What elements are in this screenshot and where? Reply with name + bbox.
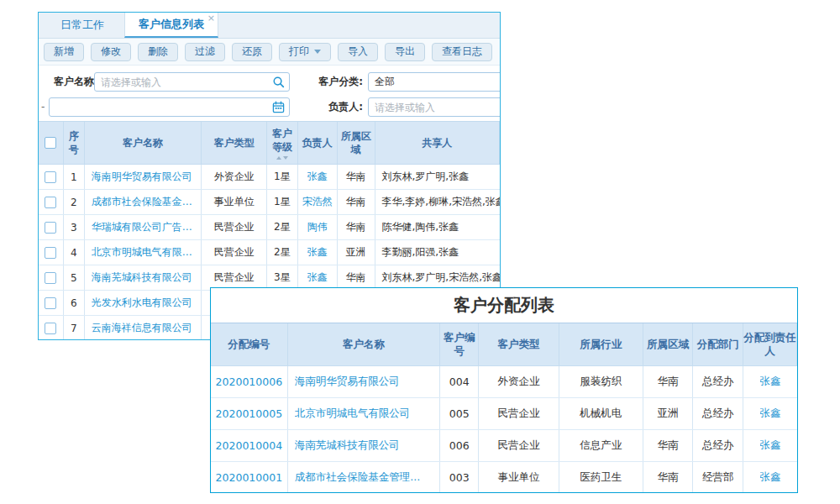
owner-input[interactable]: [368, 97, 501, 117]
sort-icon[interactable]: [276, 155, 288, 160]
toolbar-button-6[interactable]: 打印: [279, 43, 331, 61]
assignee-cell-link[interactable]: 张鑫: [760, 375, 781, 389]
table-row[interactable]: 3华瑞城有限公司广告设计部民营企业2星陶伟华南陈华健,陶伟,张鑫: [39, 215, 500, 240]
customer-name-cell-link[interactable]: 华瑞城有限公司广告设计部: [92, 220, 202, 234]
toolbar-button-3[interactable]: 删除: [138, 43, 178, 61]
owner-cell-link[interactable]: 张鑫: [307, 270, 328, 285]
row-checkbox[interactable]: [45, 323, 56, 334]
column-header-customer-no[interactable]: 客户编号: [440, 323, 479, 365]
customer-level-cell: 1星: [267, 165, 298, 189]
customer-name-cell-link[interactable]: 光发水利水电有限公司: [92, 296, 192, 310]
search-icon[interactable]: [272, 76, 285, 88]
seq-cell: 4: [64, 240, 85, 265]
column-header-customer-level[interactable]: 客户等级: [267, 122, 298, 164]
table-row[interactable]: 1海南明华贸易有限公司外资企业1星张鑫华南刘东林,罗广明,张鑫: [39, 165, 500, 190]
alloc-no-cell-link[interactable]: 2020010005: [216, 407, 283, 420]
owner-label: 负责人:: [312, 97, 363, 117]
assignee-cell: 张鑫: [743, 430, 797, 461]
owner-cell-link[interactable]: 张鑫: [307, 245, 328, 260]
customer-type-cell: 外资企业: [202, 165, 267, 189]
date-input[interactable]: [49, 97, 290, 117]
close-icon[interactable]: ×: [207, 13, 215, 23]
table-row[interactable]: 2020010001成都市社会保险基金管理...003事业单位医药卫生华南经营部…: [211, 462, 797, 493]
row-checkbox[interactable]: [45, 222, 56, 234]
toolbar-button-5[interactable]: 还原: [232, 43, 272, 61]
assignee-cell-link[interactable]: 张鑫: [760, 438, 781, 453]
tab-customer-info-list[interactable]: 客户信息列表 ×: [124, 13, 218, 38]
column-header-shared[interactable]: 共享人: [375, 122, 500, 164]
customer-name-cell-link[interactable]: 海南明华贸易有限公司: [92, 170, 192, 184]
table-row[interactable]: 2020010006海南明华贸易有限公司004外资企业服装纺织华南总经办张鑫: [211, 366, 797, 398]
customer-name-cell-link[interactable]: 海南芜城科技有限公司: [295, 438, 400, 453]
select-all-checkbox[interactable]: [45, 137, 56, 149]
calendar-icon[interactable]: [272, 101, 285, 113]
tab-label: 日常工作: [60, 18, 104, 33]
toolbar-button-2[interactable]: 修改: [91, 43, 131, 61]
alloc-no-cell-link[interactable]: 2020010001: [216, 471, 283, 484]
column-header-dept[interactable]: 分配部门: [693, 323, 743, 365]
column-header-region[interactable]: 所属区域: [338, 122, 375, 164]
toolbar-button-1[interactable]: 新增: [44, 43, 84, 61]
customer-name-cell-link[interactable]: 云南海祥信息有限公司: [92, 321, 192, 335]
customer-name-cell-link[interactable]: 海南芜城科技有限公司: [92, 270, 192, 285]
customer-level-cell: 2星: [267, 215, 298, 239]
owner-field-wrap: [368, 97, 501, 117]
toolbar-button-label: 新增: [54, 45, 74, 59]
customer-name-cell-link[interactable]: 北京市明城电气有限公司: [92, 245, 202, 260]
column-header-customer-name[interactable]: 客户名称: [288, 323, 440, 365]
customer-level-cell: 2星: [267, 240, 298, 265]
seq-cell: 5: [64, 265, 85, 290]
alloc-no-cell-link[interactable]: 2020010004: [216, 439, 283, 452]
customer-name-cell: 海南明华贸易有限公司: [288, 366, 441, 397]
owner-cell-link[interactable]: 宋浩然: [302, 195, 333, 209]
column-header-customer-name[interactable]: 客户名称: [85, 122, 202, 164]
assignee-cell-link[interactable]: 张鑫: [760, 470, 781, 485]
toolbar-button-8[interactable]: 导出: [385, 43, 425, 61]
seq-cell: 3: [64, 215, 85, 239]
allocation-table-header: 分配编号 客户名称 客户编号 客户类型 所属行业 所属区域 分配部门 分配到责任…: [211, 323, 797, 366]
toolbar-button-9[interactable]: 查看日志: [432, 43, 492, 61]
customer-name-field-wrap: [94, 72, 290, 92]
assignee-cell-link[interactable]: 张鑫: [760, 407, 781, 421]
checkbox-cell: [39, 240, 64, 265]
customer-name-cell-link[interactable]: 北京市明城电气有限公司: [295, 407, 411, 421]
customer-name-cell-link[interactable]: 海南明华贸易有限公司: [295, 375, 400, 389]
row-checkbox[interactable]: [45, 171, 56, 183]
toolbar-button-7[interactable]: 导入: [338, 43, 378, 61]
table-row[interactable]: 4北京市明城电气有限公司民营企业2星张鑫亚洲李勤丽,阳强,张鑫: [39, 240, 500, 265]
toolbar-button-4[interactable]: 过滤: [185, 43, 225, 61]
column-header-customer-type[interactable]: 客户类型: [202, 122, 267, 164]
row-checkbox[interactable]: [45, 247, 56, 259]
customer-name-input[interactable]: [94, 72, 290, 92]
column-header-assignee[interactable]: 分配到责任人: [743, 323, 797, 365]
customer-category-label: 客户分类:: [312, 72, 363, 92]
table-row[interactable]: 2020010004海南芜城科技有限公司006民营企业信息产业华南总经办张鑫: [211, 430, 797, 462]
region-cell: 华南: [338, 190, 375, 214]
dept-cell: 经营部: [693, 462, 743, 493]
toolbar: 新增修改删除过滤还原打印导入导出查看日志: [39, 39, 500, 66]
owner-cell-link[interactable]: 陶伟: [307, 220, 328, 234]
alloc-no-cell: 2020010001: [211, 462, 288, 493]
tab-daily-work[interactable]: 日常工作: [47, 13, 118, 38]
customer-name-cell-link[interactable]: 成都市社会保险基金管理...: [295, 470, 420, 485]
row-checkbox[interactable]: [45, 197, 56, 208]
column-header-region[interactable]: 所属区域: [643, 323, 694, 365]
alloc-no-cell: 2020010005: [211, 398, 288, 429]
row-checkbox[interactable]: [45, 272, 56, 284]
customer-no-cell: 004: [440, 366, 479, 397]
column-header-owner[interactable]: 负责人: [298, 122, 338, 164]
row-checkbox[interactable]: [45, 297, 56, 309]
column-header-alloc-no[interactable]: 分配编号: [211, 323, 288, 365]
table-row[interactable]: 2成都市社会保险基金管理...事业单位1星宋浩然华南李华,李婷,柳琳,宋浩然,张…: [39, 190, 500, 215]
customer-name-cell-link[interactable]: 成都市社会保险基金管理...: [92, 195, 202, 209]
owner-cell: 宋浩然: [298, 190, 338, 214]
column-header-industry[interactable]: 所属行业: [559, 323, 643, 365]
owner-cell-link[interactable]: 张鑫: [307, 170, 328, 184]
table-row[interactable]: 2020010005北京市明城电气有限公司005民营企业机械机电亚洲总经办张鑫: [211, 398, 797, 430]
checkbox-cell: [39, 291, 64, 315]
customer-category-select[interactable]: [368, 72, 501, 92]
alloc-no-cell-link[interactable]: 2020010006: [216, 375, 283, 388]
column-header-seq[interactable]: 序号: [64, 122, 85, 164]
tab-label: 客户信息列表: [139, 17, 204, 32]
column-header-customer-type[interactable]: 客户类型: [479, 323, 559, 365]
